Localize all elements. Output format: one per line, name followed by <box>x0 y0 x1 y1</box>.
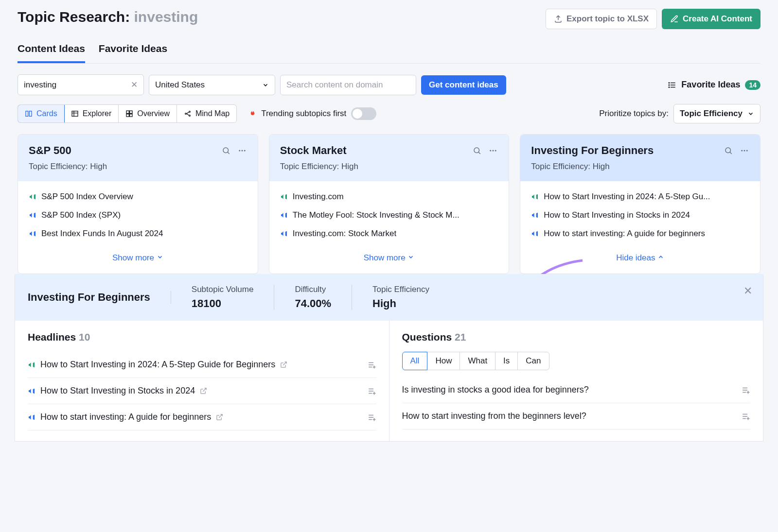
add-to-list-icon[interactable] <box>368 360 376 369</box>
view-cards-label: Cards <box>36 109 57 118</box>
detail-title: Investing For Beginners <box>28 291 150 304</box>
view-mindmap[interactable]: Mind Map <box>177 105 236 122</box>
tab-favorite-ideas[interactable]: Favorite Ideas <box>99 43 167 63</box>
clear-icon[interactable]: ✕ <box>131 80 138 90</box>
external-link-icon[interactable] <box>200 387 207 395</box>
card-efficiency: Topic Efficiency: High <box>29 162 247 172</box>
external-link-icon[interactable] <box>216 413 223 421</box>
tab-content-ideas[interactable]: Content Ideas <box>18 43 85 63</box>
eff-label: Topic Efficiency <box>372 285 429 294</box>
megaphone-icon <box>280 230 288 238</box>
add-to-list-icon[interactable] <box>742 386 750 395</box>
location-select[interactable]: United States <box>149 75 275 95</box>
svg-point-20 <box>239 150 240 152</box>
topic-card: Investing For BeginnersTopic Efficiency:… <box>520 134 760 274</box>
prioritize-select[interactable]: Topic Efficiency <box>673 104 760 123</box>
svg-point-18 <box>223 148 229 153</box>
idea-item[interactable]: S&P 500 Index Overview <box>29 192 247 202</box>
headline-row: How to Start Investing in 2024: A 5-Step… <box>28 352 376 378</box>
question-filter[interactable]: Can <box>517 352 549 370</box>
edit-icon <box>670 15 679 23</box>
megaphone-icon <box>531 193 539 201</box>
svg-point-15 <box>185 113 187 115</box>
difficulty-value: 74.00% <box>295 297 331 310</box>
megaphone-icon <box>531 230 539 238</box>
topic-value: investing <box>24 80 56 90</box>
idea-item[interactable]: The Motley Fool: Stock Investing & Stock… <box>280 210 498 220</box>
volume-value: 18100 <box>192 297 254 310</box>
show-more-button[interactable]: Hide ideas <box>520 249 760 274</box>
more-icon[interactable] <box>237 146 247 155</box>
view-overview[interactable]: Overview <box>119 105 177 122</box>
svg-point-31 <box>744 150 745 152</box>
topic-input[interactable]: investing ✕ <box>18 74 144 95</box>
show-more-button[interactable]: Show more <box>269 249 509 274</box>
headline-row: How to start investing: A guide for begi… <box>28 404 376 430</box>
svg-point-26 <box>493 150 494 152</box>
card-title: Stock Market <box>280 144 347 157</box>
megaphone-icon <box>280 193 288 201</box>
idea-item[interactable]: S&P 500 Index (SPX) <box>29 210 247 220</box>
svg-point-27 <box>495 150 496 152</box>
svg-point-21 <box>241 150 243 152</box>
card-efficiency: Topic Efficiency: High <box>531 162 749 172</box>
external-link-icon[interactable] <box>280 361 287 368</box>
question-text[interactable]: Is investing in stocks a good idea for b… <box>402 385 589 395</box>
favorite-count-badge: 14 <box>745 80 760 90</box>
idea-item[interactable]: How to start investing: A guide for begi… <box>531 229 749 239</box>
question-filter[interactable]: How <box>427 352 460 370</box>
trending-toggle[interactable] <box>351 107 376 120</box>
question-text[interactable]: How to start investing from the beginner… <box>402 411 586 421</box>
add-to-list-icon[interactable] <box>368 387 376 395</box>
view-cards[interactable]: Cards <box>18 104 65 123</box>
card-title: S&P 500 <box>29 144 71 157</box>
svg-rect-11 <box>126 111 129 113</box>
show-more-button[interactable]: Show more <box>18 249 258 274</box>
add-to-list-icon[interactable] <box>368 413 376 422</box>
more-icon[interactable] <box>488 146 498 155</box>
view-explorer[interactable]: Explorer <box>64 105 119 122</box>
domain-search-input[interactable]: Search content on domain <box>280 75 416 95</box>
chevron-down-icon <box>747 110 754 117</box>
svg-rect-6 <box>26 111 28 117</box>
svg-line-29 <box>730 152 732 154</box>
chevron-down-icon <box>407 254 414 260</box>
get-content-ideas-button[interactable]: Get content ideas <box>421 75 506 95</box>
megaphone-icon <box>29 193 36 201</box>
more-icon[interactable] <box>740 146 749 155</box>
idea-item[interactable]: How to Start Investing in Stocks in 2024 <box>531 210 749 220</box>
idea-item[interactable]: Investing.com: Stock Market <box>280 229 498 239</box>
idea-text: The Motley Fool: Stock Investing & Stock… <box>293 210 460 220</box>
view-overview-label: Overview <box>137 109 170 118</box>
export-button[interactable]: Export topic to XLSX <box>546 9 657 29</box>
question-filter[interactable]: Is <box>495 352 518 370</box>
idea-item[interactable]: How to Start Investing in 2024: A 5-Step… <box>531 192 749 202</box>
search-icon[interactable] <box>724 146 733 155</box>
headline-text[interactable]: How to Start Investing in Stocks in 2024 <box>40 386 195 396</box>
close-detail-button[interactable]: ✕ <box>743 285 752 297</box>
headline-text[interactable]: How to start investing: A guide for begi… <box>40 412 211 422</box>
favorite-ideas-link[interactable]: Favorite Ideas 14 <box>668 80 760 90</box>
page-title: Topic Research: investing <box>18 9 198 25</box>
difficulty-label: Difficulty <box>295 285 331 294</box>
idea-item[interactable]: Best Index Funds In August 2024 <box>29 229 247 239</box>
question-filter[interactable]: All <box>402 352 428 370</box>
questions-count: 21 <box>455 331 466 343</box>
svg-rect-14 <box>130 114 132 117</box>
megaphone-icon <box>29 230 36 238</box>
headlines-title: Headlines 10 <box>28 331 376 343</box>
view-mindmap-label: Mind Map <box>195 109 230 118</box>
search-icon[interactable] <box>222 146 230 155</box>
svg-rect-8 <box>72 111 78 117</box>
idea-item[interactable]: Investing.com <box>280 192 498 202</box>
question-filter[interactable]: What <box>460 352 495 370</box>
headline-text[interactable]: How to Start Investing in 2024: A 5-Step… <box>40 360 275 370</box>
volume-label: Subtopic Volume <box>192 285 254 294</box>
chevron-down-icon <box>262 82 269 88</box>
svg-point-4 <box>669 85 670 86</box>
create-ai-button[interactable]: Create AI Content <box>662 9 760 29</box>
svg-point-32 <box>746 150 748 152</box>
search-icon[interactable] <box>473 146 481 155</box>
idea-text: Best Index Funds In August 2024 <box>41 229 163 239</box>
add-to-list-icon[interactable] <box>742 412 750 421</box>
